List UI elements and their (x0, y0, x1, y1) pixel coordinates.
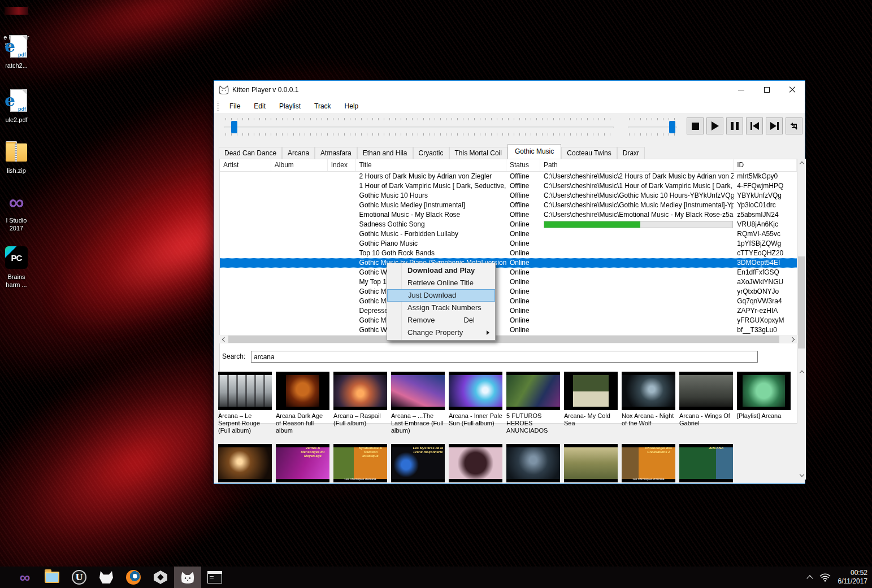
scrollbar-thumb[interactable] (228, 336, 779, 343)
column-header-album[interactable]: Album (271, 159, 328, 171)
table-row[interactable]: Gothic Music by Piano (Symphonic Metal v… (220, 258, 797, 268)
desktop-icon-zip[interactable]: lish.zip (0, 140, 41, 175)
context-menu-item-assign-track-numbers[interactable]: Assign Track Numbers (387, 302, 495, 314)
thumbnail-result[interactable]: Arcana – Raspail (Full album) (333, 372, 387, 434)
scroll-left-arrow[interactable] (219, 335, 228, 343)
minimize-button[interactable] (728, 81, 754, 99)
column-header-status[interactable]: Status (506, 159, 540, 171)
thumbnail-result[interactable]: Arcana – Le Serpent Rouge (Full album) (218, 372, 272, 434)
tab-draxr[interactable]: Draxr (617, 147, 645, 159)
column-header-path[interactable]: Path (540, 159, 734, 171)
tab-arcana[interactable]: Arcana (282, 147, 315, 159)
previous-button[interactable] (746, 117, 763, 134)
close-button[interactable] (779, 81, 805, 99)
menu-edit[interactable]: Edit (247, 100, 272, 112)
scroll-up-arrow[interactable] (797, 159, 806, 167)
titlebar[interactable]: Kitten Player v 0.0.0.1 (214, 81, 805, 99)
repeat-one-button[interactable] (786, 117, 802, 134)
column-header-id[interactable]: ID (734, 159, 797, 171)
table-row[interactable]: Gothic MusOnlineyrQtxbONYJo (220, 287, 797, 297)
tab-ethan-and-hila[interactable]: Ethan and Hila (357, 147, 413, 159)
table-row[interactable]: Emotional Music - My Black RoseOfflineC:… (220, 210, 797, 220)
column-header-index[interactable]: Index (328, 159, 356, 171)
taskbar-visual-studio[interactable]: ∞ (11, 567, 38, 588)
scroll-right-arrow[interactable] (789, 335, 797, 343)
thumbnail-result[interactable]: 5 FUTUROS HEROES ANUNCIADOS (506, 372, 560, 434)
table-row[interactable]: Sadness Gothic SongOnlineVRU8jAn6Kjc (220, 220, 797, 229)
thumbnail-result[interactable] (218, 444, 272, 482)
table-row[interactable]: 2 Hours of Dark Music by Adrian von Zieg… (220, 172, 797, 181)
tab-cryaotic[interactable]: Cryaotic (413, 147, 449, 159)
context-menu-item-just-download[interactable]: Just Download (387, 289, 495, 302)
menu-file[interactable]: File (223, 100, 247, 112)
scroll-up-arrow[interactable] (797, 368, 806, 376)
thumbnail-result[interactable] (449, 444, 502, 482)
table-row[interactable]: Gothic Music - Forbidden LullabyOnlineRQ… (220, 229, 797, 239)
taskbar-kitten-player[interactable] (174, 567, 201, 588)
stop-button[interactable] (687, 117, 704, 134)
tab-gothic-music[interactable]: Gothic Music (507, 144, 561, 159)
seek-slider-thumb[interactable] (231, 121, 237, 133)
menu-help[interactable]: Help (338, 100, 366, 112)
search-input[interactable] (251, 351, 758, 363)
table-row[interactable]: Gothic MusOnlineGq7qnVW3ra4 (220, 297, 797, 306)
taskbar-unreal-engine[interactable]: U (66, 567, 93, 588)
table-row[interactable]: Top 10 Goth Rock BandsOnlinecTTYEoQHZ20 (220, 249, 797, 258)
maximize-button[interactable] (754, 81, 779, 99)
play-button[interactable] (706, 117, 723, 134)
thumbnail-result[interactable]: Arcana - Inner Pale Sun (Full album) (449, 372, 502, 434)
taskbar-foobar2000[interactable] (93, 567, 120, 588)
taskbar-unity[interactable] (147, 567, 174, 588)
table-row[interactable]: My Top 10 (OnlineaXoJWkiYNGU (220, 277, 797, 287)
tray-chevron-icon[interactable] (806, 575, 813, 581)
thumbnail-result[interactable]: Les Mystères de la Franc-maçonnerie (391, 444, 445, 482)
tab-cocteau-twins[interactable]: Cocteau Twins (561, 147, 617, 159)
thumbnail-result[interactable]: Arcana Dark Age of Reason full album (276, 372, 329, 434)
context-menu-item-download-and-play[interactable]: Download and Play (387, 264, 495, 277)
thumbnails-vertical-scrollbar[interactable] (797, 368, 806, 480)
volume-slider-thumb[interactable] (669, 121, 675, 133)
thumbnail-result[interactable] (564, 444, 618, 482)
tab-atmasfara[interactable]: Atmasfara (315, 147, 357, 159)
taskbar-clock[interactable]: 00:52 6/11/2017 (838, 569, 868, 586)
menubar-gripper[interactable] (217, 102, 219, 111)
context-menu-item-change-property[interactable]: Change Property (387, 326, 495, 339)
desktop-icon-pycharm[interactable]: PC Brainsharm ... (0, 246, 41, 289)
thumbnail-result[interactable] (506, 444, 560, 482)
thumbnail-result[interactable]: ARCANA (679, 444, 733, 482)
table-row[interactable]: 1 Hour of Dark Vampiric Music [ Dark, Se… (220, 181, 797, 191)
context-menu-item-retrieve-online-title[interactable]: Retrieve Online Title (387, 277, 495, 289)
thumbnail-result[interactable]: Vérités & Mensonges du Moyen âge (276, 444, 329, 482)
menu-track[interactable]: Track (307, 100, 338, 112)
wifi-icon[interactable] (819, 572, 831, 582)
thumbnail-result[interactable]: Arcana – ...The Last Embrace (Full album… (391, 372, 445, 434)
table-row[interactable]: Gothic Music Medley [Instrumental]Offlin… (220, 201, 797, 210)
desktop-icon-visual-studio[interactable]: ∞ l Studio2017 (0, 190, 41, 232)
table-row[interactable]: Gothic WintOnlinebf__T33gLu0 (220, 325, 797, 335)
table-row[interactable]: Gothic Piano MusicOnline1pYfSBjZQWg (220, 239, 797, 249)
table-row[interactable]: Depressed (OnlineZAPYr-ezHIA (220, 306, 797, 316)
seek-slider[interactable] (224, 127, 614, 128)
taskbar-blender[interactable] (120, 567, 147, 588)
menu-playlist[interactable]: Playlist (272, 100, 307, 112)
thumbnail-result[interactable]: Symbolisme & Tradition InitiatiqueLes Ch… (333, 444, 387, 482)
scrollbar-thumb[interactable] (798, 256, 805, 349)
table-row[interactable]: Gothic Music 10 HoursOfflineC:\Users\che… (220, 191, 797, 201)
desktop-icon-pdf-ule2[interactable]: epdf ule2.pdf (0, 89, 41, 124)
desktop-icon-pdf-ratch2[interactable]: epdf ratch2... (0, 35, 41, 69)
next-button[interactable] (766, 117, 783, 134)
thumbnail-result[interactable]: [Playlist] Arcana (737, 372, 791, 434)
taskbar-command-prompt[interactable] (201, 567, 228, 588)
tab-this-mortal-coil[interactable]: This Mortal Coil (449, 147, 507, 159)
thumbnail-result[interactable]: Arcana- My Cold Sea (564, 372, 618, 434)
thumbnail-result[interactable]: Chronologie des Civilisations 2Les Chron… (622, 444, 675, 482)
table-row[interactable]: Gothic MusOnlineyFRGUXopxyM (220, 316, 797, 325)
tab-dead-can-dance[interactable]: Dead Can Dance (219, 147, 282, 159)
context-menu-item-remove[interactable]: RemoveDel (387, 314, 495, 326)
table-row[interactable]: Gothic WaltOnlineEn1dfFxfGSQ (220, 268, 797, 277)
thumbnail-result[interactable]: Arcana - Wings Of Gabriel (679, 372, 733, 434)
pause-button[interactable] (726, 117, 743, 134)
scroll-down-arrow[interactable] (797, 471, 806, 480)
column-header-artist[interactable]: Artist (220, 159, 271, 171)
table-horizontal-scrollbar[interactable] (219, 335, 797, 343)
